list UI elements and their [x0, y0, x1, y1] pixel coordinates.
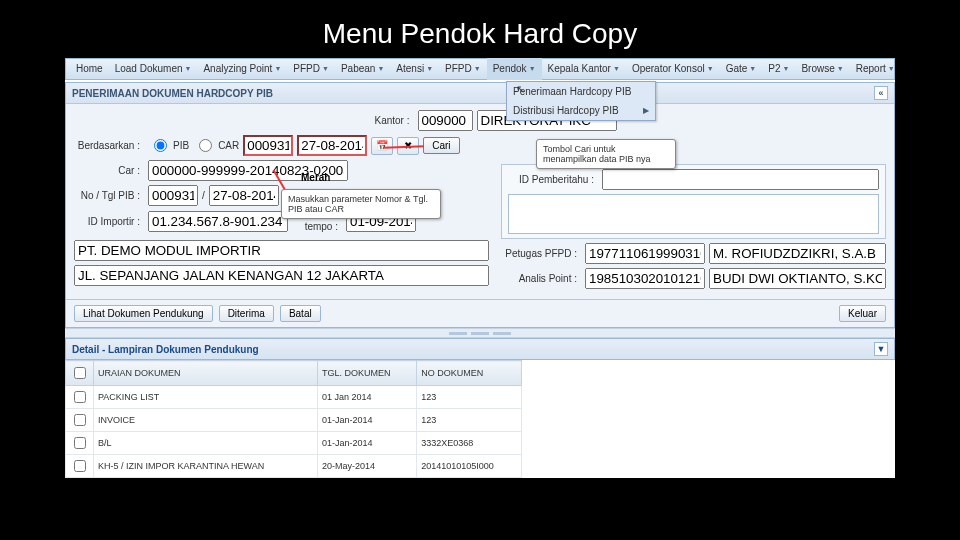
alamat-input[interactable]: [74, 265, 489, 286]
namaimportir-input[interactable]: [74, 240, 489, 261]
menu-label: PFPD: [445, 58, 472, 80]
radio-pib[interactable]: [154, 139, 167, 152]
table-row[interactable]: INVOICE01-Jan-2014123: [66, 409, 522, 432]
menu-label: Pendok: [493, 58, 527, 80]
analis-name-input[interactable]: [709, 268, 886, 289]
cell-no: 123: [417, 386, 521, 409]
tooltip-param: Masukkan parameter Nomor & Tgl. PIB atau…: [281, 189, 441, 219]
menu-label: Load Dokumen: [115, 58, 183, 80]
menu-label: Pabean: [341, 58, 375, 80]
diterima-button[interactable]: Diterima: [219, 305, 274, 322]
tooltip-cari: Tombol Cari untuk menampilkan data PIB n…: [536, 139, 676, 169]
petugas-name-input[interactable]: [709, 243, 886, 264]
dropdown-penerimaan[interactable]: Penerimaan Hardcopy PIB: [507, 82, 655, 101]
search-nopib-input[interactable]: [243, 135, 293, 156]
analis-id-input[interactable]: [585, 268, 705, 289]
dropdown-distribusi[interactable]: Distribusi Hardcopy PIB▶: [507, 101, 655, 120]
batal-button[interactable]: Batal: [280, 305, 321, 322]
menu-home[interactable]: Home: [70, 58, 109, 80]
radio-car-label: CAR: [218, 140, 239, 151]
checkbox-all[interactable]: [74, 367, 86, 379]
app-window: Home Load Dokumen▼ Analyzing Point▼ PFPD…: [65, 58, 895, 478]
menu-report[interactable]: Report▼: [850, 58, 901, 80]
row-car: Car :: [74, 160, 489, 181]
action-bar: Lihat Dokumen Pendukung Diterima Batal K…: [66, 299, 894, 327]
menu-kepala-kantor[interactable]: Kepala Kantor▼: [542, 58, 626, 80]
idpem-label: ID Pemberitahu :: [508, 174, 598, 185]
col-left: Car : No / Tgl PIB : / ID Importir : Jat…: [74, 160, 489, 293]
pendok-dropdown: Penerimaan Hardcopy PIB Distribusi Hardc…: [506, 81, 656, 121]
col-uraian[interactable]: URAIAN DOKUMEN: [94, 361, 318, 386]
analis-label: Analis Point :: [501, 273, 581, 284]
dropdown-label: Penerimaan Hardcopy PIB: [513, 86, 631, 97]
pemberitahu-textarea[interactable]: [508, 194, 879, 234]
row-checkbox[interactable]: [74, 460, 86, 472]
cell-no: 3332XE0368: [417, 432, 521, 455]
main-panel: PENERIMAAN DOKUMEN HARDCOPY PIB « Tombol…: [65, 82, 895, 328]
chevron-right-icon: ▶: [643, 106, 649, 115]
menu-p2[interactable]: P2▼: [762, 58, 795, 80]
menu-label: Kepala Kantor: [548, 58, 611, 80]
table-row[interactable]: KH-5 / IZIN IMPOR KARANTINA HEWAN20-May-…: [66, 455, 522, 478]
cursor-icon: ↖: [516, 83, 525, 96]
chevron-down-icon: ▼: [529, 58, 536, 80]
col-right: ID Pemberitahu : Petugas PFPD : Analis P…: [501, 160, 886, 293]
table-row[interactable]: PACKING LIST01 Jan 2014123: [66, 386, 522, 409]
cell-uraian: B/L: [94, 432, 318, 455]
row-analis: Analis Point :: [501, 268, 886, 289]
calendar-icon: 📅: [376, 140, 388, 151]
tglpib-input[interactable]: [209, 185, 279, 206]
chevron-down-icon: ▼: [274, 58, 281, 80]
keluar-button[interactable]: Keluar: [839, 305, 886, 322]
idimportir-input[interactable]: [148, 211, 288, 232]
slide-title: Menu Pendok Hard Copy: [0, 0, 960, 58]
menu-label: Operator Konsol: [632, 58, 705, 80]
table-row[interactable]: B/L01-Jan-20143332XE0368: [66, 432, 522, 455]
chevron-down-icon: ▼: [377, 58, 384, 80]
menu-atensi[interactable]: Atensi▼: [390, 58, 439, 80]
menu-label: Analyzing Point: [203, 58, 272, 80]
cari-button[interactable]: Cari: [423, 137, 459, 154]
menu-load-dokumen[interactable]: Load Dokumen▼: [109, 58, 198, 80]
menu-pfpd2[interactable]: PFPD▼: [439, 58, 487, 80]
col-no[interactable]: NO DOKUMEN: [417, 361, 521, 386]
menu-label: PFPD: [293, 58, 320, 80]
detail-header: Detail - Lampiran Dokumen Pendukung ▼: [65, 338, 895, 360]
row-kantor: Kantor :: [74, 110, 886, 131]
menu-browse[interactable]: Browse▼: [795, 58, 849, 80]
cell-tgl: 01-Jan-2014: [318, 409, 417, 432]
detail-collapse-button[interactable]: ▼: [874, 342, 888, 356]
kantor-code-input[interactable]: [418, 110, 473, 131]
menu-pabean[interactable]: Pabean▼: [335, 58, 390, 80]
row-checkbox[interactable]: [74, 414, 86, 426]
menu-pfpd[interactable]: PFPD▼: [287, 58, 335, 80]
cell-uraian: INVOICE: [94, 409, 318, 432]
col-tgl[interactable]: TGL. DOKUMEN: [318, 361, 417, 386]
menu-analyzing-point[interactable]: Analyzing Point▼: [197, 58, 287, 80]
lihat-dokumen-button[interactable]: Lihat Dokumen Pendukung: [74, 305, 213, 322]
cell-no: 123: [417, 409, 521, 432]
petugas-label: Petugas PFPD :: [501, 248, 581, 259]
petugas-id-input[interactable]: [585, 243, 705, 264]
chevron-down-icon: ▼: [613, 58, 620, 80]
cell-uraian: PACKING LIST: [94, 386, 318, 409]
berdasarkan-label: Berdasarkan :: [74, 140, 144, 151]
menu-gate[interactable]: Gate▼: [720, 58, 763, 80]
idpem-input[interactable]: [602, 169, 879, 190]
menu-operator-konsol[interactable]: Operator Konsol▼: [626, 58, 720, 80]
menu-pendok[interactable]: Pendok▼: [487, 58, 542, 80]
chevron-down-icon: ▼: [474, 58, 481, 80]
row-checkbox[interactable]: [74, 437, 86, 449]
search-tgl-input[interactable]: [297, 135, 367, 156]
idimportir-label: ID Importir :: [74, 216, 144, 227]
radio-car[interactable]: [199, 139, 212, 152]
notglpib-label: No / Tgl PIB :: [74, 190, 144, 201]
cell-tgl: 01-Jan-2014: [318, 432, 417, 455]
splitter[interactable]: [65, 328, 895, 338]
nopib-input[interactable]: [148, 185, 198, 206]
menu-label: P2: [768, 58, 780, 80]
collapse-button[interactable]: «: [874, 86, 888, 100]
panel-title: PENERIMAAN DOKUMEN HARDCOPY PIB: [72, 88, 273, 99]
row-checkbox[interactable]: [74, 391, 86, 403]
chevron-down-icon: ▼: [185, 58, 192, 80]
